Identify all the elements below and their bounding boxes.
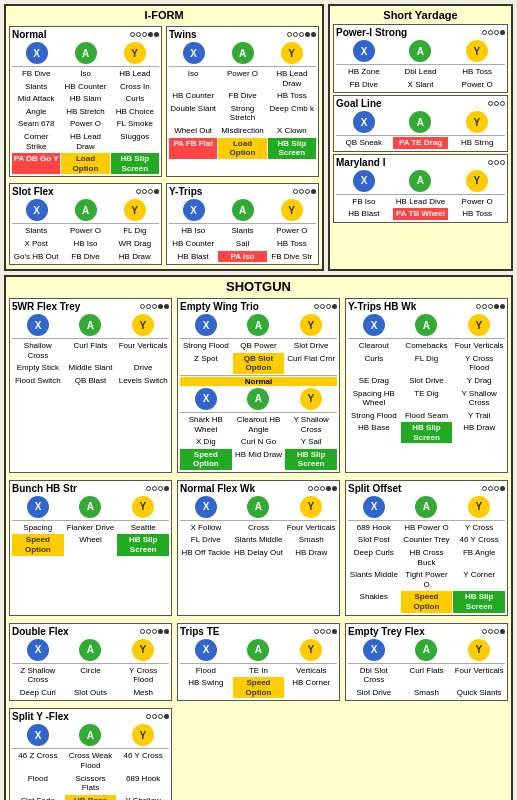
play-cell[interactable]: HB Mid Draw: [233, 449, 285, 470]
play-cell[interactable]: HB Choice: [111, 106, 159, 118]
play-cell[interactable]: Flood: [180, 665, 232, 677]
play-cell-green[interactable]: Speed Option: [180, 449, 232, 470]
play-cell[interactable]: Levels Switch: [117, 375, 169, 387]
play-cell[interactable]: HB Iso: [169, 225, 217, 237]
play-cell[interactable]: X Slant: [393, 79, 449, 91]
play-cell-green[interactable]: HB Slip Screen: [453, 591, 505, 612]
play-cell[interactable]: Flood Seam: [401, 410, 453, 422]
play-cell[interactable]: Slot Fade: [12, 795, 64, 800]
play-cell-yellow[interactable]: Load Option: [218, 138, 266, 159]
play-cell[interactable]: Cross In: [111, 81, 159, 93]
play-cell[interactable]: Cross Weak Flood: [65, 750, 117, 771]
play-cell[interactable]: Cross: [233, 522, 285, 534]
play-cell[interactable]: QB Blast: [65, 375, 117, 387]
play-cell[interactable]: Four Verticals: [117, 340, 169, 361]
play-cell[interactable]: FB Dive Str: [268, 251, 316, 263]
play-cell[interactable]: Y Shallow Cross: [285, 414, 337, 435]
play-cell[interactable]: 46 Z Cross: [12, 750, 64, 771]
play-cell[interactable]: Quick Slants: [453, 687, 505, 699]
play-cell[interactable]: Circle: [65, 665, 117, 686]
play-cell-yellow[interactable]: HB Base: [65, 795, 117, 800]
play-cell[interactable]: QB Sneak: [336, 137, 392, 149]
play-cell[interactable]: HB Lead Draw: [268, 68, 316, 89]
play-cell[interactable]: Smash: [285, 534, 337, 546]
play-cell[interactable]: HB Strng: [449, 137, 505, 149]
play-cell[interactable]: FL Dig: [401, 353, 453, 374]
play-cell[interactable]: HB Lead Dive: [393, 196, 449, 208]
play-cell[interactable]: HB Toss: [449, 208, 505, 220]
play-cell[interactable]: Four Verticals: [453, 665, 505, 686]
play-cell-red[interactable]: PA TB Wheel: [393, 208, 449, 220]
play-cell[interactable]: Sluggos: [111, 131, 159, 152]
play-cell[interactable]: Strong Flood: [348, 410, 400, 422]
play-cell[interactable]: Misdirection: [218, 125, 266, 137]
play-cell[interactable]: Deep Curls: [348, 547, 400, 568]
play-cell[interactable]: FL Smoke: [111, 118, 159, 130]
play-cell[interactable]: Curl Flats: [401, 665, 453, 686]
play-cell[interactable]: Shallow Cross: [12, 340, 64, 361]
play-cell[interactable]: HB Toss: [449, 66, 505, 78]
play-cell-red[interactable]: PA DB Go Y: [12, 153, 60, 174]
play-cell[interactable]: Power O: [268, 225, 316, 237]
play-cell[interactable]: HB Corner: [285, 677, 337, 698]
play-cell[interactable]: Shark HB Wheel: [180, 414, 232, 435]
play-cell[interactable]: HB Delay Out: [233, 547, 285, 559]
play-cell[interactable]: FB Dive: [336, 79, 392, 91]
play-cell[interactable]: Empty Stick: [12, 362, 64, 374]
play-cell[interactable]: Slot Drive: [285, 340, 337, 352]
play-cell[interactable]: Angle: [12, 106, 60, 118]
play-cell[interactable]: TE In: [233, 665, 285, 677]
play-cell[interactable]: HB Draw: [453, 422, 505, 443]
play-cell[interactable]: Power O: [218, 68, 266, 89]
play-cell[interactable]: Slot Post: [348, 534, 400, 546]
play-cell[interactable]: Dbl Lead: [393, 66, 449, 78]
play-cell-yellow[interactable]: Speed Option: [12, 534, 64, 555]
play-cell[interactable]: HB Base: [348, 422, 400, 443]
play-cell[interactable]: Y Corner: [453, 569, 505, 590]
play-cell[interactable]: Y Shallow Cross: [453, 388, 505, 409]
play-cell[interactable]: Z Shallow Cross: [12, 665, 64, 686]
play-cell[interactable]: Clearout HB Angle: [233, 414, 285, 435]
play-cell[interactable]: Scissors Flats: [65, 773, 117, 794]
play-cell[interactable]: Deep Cmb k: [268, 103, 316, 124]
play-cell-green[interactable]: HB Slip Screen: [117, 534, 169, 555]
play-cell[interactable]: Corner Strike: [12, 131, 60, 152]
play-cell[interactable]: FB Dive: [61, 251, 109, 263]
play-cell[interactable]: Four Verticals: [453, 340, 505, 352]
play-cell[interactable]: Curl Flats: [65, 340, 117, 361]
play-cell[interactable]: Strong Stretch: [218, 103, 266, 124]
play-cell[interactable]: HB Toss: [268, 90, 316, 102]
play-cell[interactable]: X Follow: [180, 522, 232, 534]
play-cell-red[interactable]: PA Iso: [218, 251, 266, 263]
play-cell[interactable]: HB Toss: [268, 238, 316, 250]
play-cell[interactable]: Curl Flat Crnr: [285, 353, 337, 374]
play-cell-green[interactable]: HB Slip Screen: [111, 153, 159, 174]
play-cell[interactable]: HB Cross Buck: [401, 547, 453, 568]
play-cell[interactable]: HB Counter: [169, 90, 217, 102]
play-cell[interactable]: Middle Slant: [65, 362, 117, 374]
play-cell[interactable]: Power O: [449, 196, 505, 208]
play-cell[interactable]: HB Blast: [169, 251, 217, 263]
play-cell[interactable]: Curls: [348, 353, 400, 374]
play-cell[interactable]: FL Drive: [180, 534, 232, 546]
play-cell-green[interactable]: HB Slip Screen: [268, 138, 316, 159]
play-cell[interactable]: Seam 678: [12, 118, 60, 130]
play-cell[interactable]: HB Slam: [61, 93, 109, 105]
play-cell[interactable]: Slants: [12, 225, 60, 237]
play-cell[interactable]: TE Dig: [401, 388, 453, 409]
play-cell[interactable]: Seattle: [117, 522, 169, 534]
play-cell[interactable]: Spacing: [12, 522, 64, 534]
play-cell[interactable]: 46 Y Cross: [453, 534, 505, 546]
play-cell[interactable]: Y Drag: [453, 375, 505, 387]
play-cell[interactable]: X Dig: [180, 436, 232, 448]
play-cell[interactable]: Iso: [169, 68, 217, 89]
play-cell[interactable]: HB Stretch: [61, 106, 109, 118]
play-cell[interactable]: Y Cross Flood: [117, 665, 169, 686]
play-cell[interactable]: HB Lead: [111, 68, 159, 80]
play-cell[interactable]: HB Iso: [61, 238, 109, 250]
play-cell[interactable]: Z Spot: [180, 353, 232, 374]
play-cell[interactable]: Wheel: [65, 534, 117, 555]
play-cell[interactable]: Slants Middle: [233, 534, 285, 546]
play-cell[interactable]: X Post: [12, 238, 60, 250]
play-cell[interactable]: Four Verticals: [285, 522, 337, 534]
